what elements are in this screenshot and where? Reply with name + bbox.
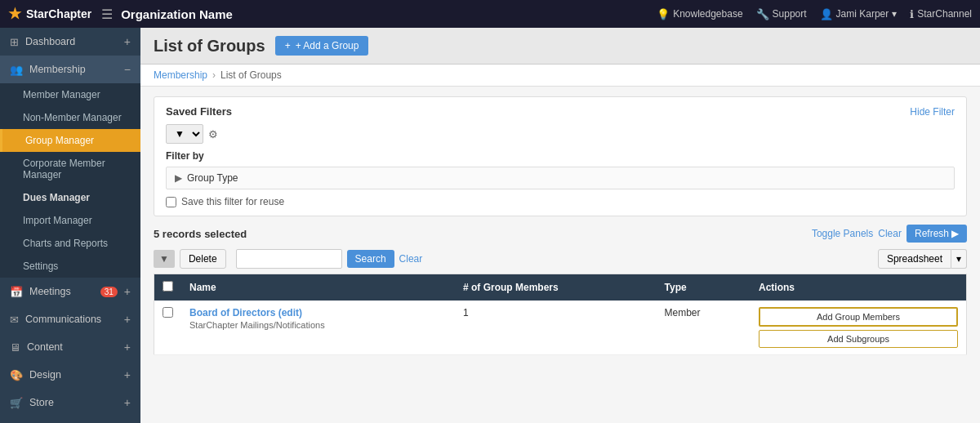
row-checkbox-cell (154, 301, 182, 355)
sidebar-item-label: Communications (25, 314, 118, 325)
actions-right: Toggle Panels Clear Refresh ▶ (812, 225, 967, 243)
header-actions: Actions (751, 274, 967, 301)
sidebar-item-label: Dashboard (25, 36, 118, 47)
spreadsheet-dropdown-button[interactable]: ▾ (951, 249, 967, 269)
sidebar-item-dues-manager[interactable]: Dues Manager (0, 186, 140, 209)
menu-icon[interactable]: ☰ (101, 7, 113, 22)
add-group-button[interactable]: + + Add a Group (275, 36, 369, 56)
org-name: Organization Name (121, 7, 657, 21)
gear-icon[interactable]: ⚙ (208, 128, 218, 140)
add-group-members-button[interactable]: Add Group Members (759, 307, 958, 327)
page-title: List of Groups (154, 37, 265, 56)
filter-by-label: Filter by (166, 150, 955, 162)
spreadsheet-button[interactable]: Spreadsheet (878, 249, 951, 269)
group-name-link[interactable]: Board of Directors (edit) (189, 307, 302, 318)
sidebar-item-meetings[interactable]: 📅 Meetings 31 + (0, 278, 140, 305)
content-body: Saved Filters Hide Filter ▼ ⚙ Filter by … (140, 87, 980, 423)
select-all-checkbox[interactable] (163, 281, 173, 292)
breadcrumb-current: List of Groups (220, 69, 282, 81)
sidebar-item-label: Content (27, 341, 118, 353)
spreadsheet-group: Spreadsheet ▾ (878, 249, 967, 269)
logo-text: StarChapter (26, 7, 91, 20)
topbar: ★ StarChapter ☰ Organization Name 💡 Know… (0, 0, 980, 28)
header-name: Name (181, 274, 455, 301)
table-row: Board of Directors (edit) StarChapter Ma… (154, 301, 967, 355)
sidebar-item-label: Store (29, 397, 118, 408)
header-type: Type (657, 274, 751, 301)
add-subgroups-button[interactable]: Add Subgroups (759, 330, 958, 348)
save-filter-label: Save this filter for reuse (181, 196, 284, 207)
content-header: List of Groups + + Add a Group (140, 28, 980, 65)
starchannel-link[interactable]: ℹ StarChannel (910, 8, 972, 20)
saved-filters-label: Saved Filters (166, 105, 232, 118)
sidebar-item-label: Design (29, 369, 118, 381)
clear-table-button[interactable]: Clear (399, 253, 423, 265)
row-name: Board of Directors (edit) StarChapter Ma… (181, 301, 455, 355)
plus-icon: + (124, 396, 131, 409)
delete-button[interactable]: Delete (180, 249, 226, 269)
sidebar-item-membership[interactable]: 👥 Membership − (0, 56, 140, 83)
search-button[interactable]: Search (347, 250, 394, 268)
plus-icon: + (285, 40, 291, 51)
row-type: Member (657, 301, 751, 355)
filter-dropdown[interactable]: ▼ (166, 124, 203, 144)
records-selected: 5 records selected (154, 228, 247, 240)
sort-button[interactable]: ▼ (154, 250, 175, 268)
header-checkbox-col (154, 274, 182, 301)
plus-icon: + (124, 313, 131, 326)
membership-submenu: Member Manager Non-Member Manager Group … (0, 83, 140, 278)
knowledgebase-link[interactable]: 💡 Knowledgebase (657, 8, 742, 20)
user-menu[interactable]: 👤 Jami Karper ▾ (820, 8, 898, 20)
sidebar: ⊞ Dashboard + 👥 Membership − Member Mana… (0, 28, 140, 423)
communications-icon: ✉ (10, 314, 19, 326)
content-area: List of Groups + + Add a Group Membershi… (140, 28, 980, 423)
sidebar-item-design[interactable]: 🎨 Design + (0, 361, 140, 389)
row-actions: Add Group Members Add Subgroups (751, 301, 967, 355)
support-icon: 🔧 (756, 8, 769, 20)
sidebar-item-import-manager[interactable]: Import Manager (0, 209, 140, 232)
save-filter-checkbox[interactable] (166, 197, 176, 207)
hide-filter-link[interactable]: Hide Filter (910, 106, 955, 118)
sidebar-item-dashboard[interactable]: ⊞ Dashboard + (0, 28, 140, 56)
refresh-icon: ▶ (951, 228, 959, 239)
sidebar-item-orders[interactable]: $ Orders and Transactions + (0, 416, 140, 423)
sidebar-item-settings[interactable]: Settings (0, 255, 140, 278)
sidebar-item-label: Membership (29, 64, 118, 75)
actions-bar: 5 records selected Toggle Panels Clear R… (154, 225, 967, 243)
refresh-button[interactable]: Refresh ▶ (906, 225, 967, 243)
table-toolbar: ▼ Delete Search Clear Spreadsheet ▾ (154, 249, 967, 269)
knowledgebase-icon: 💡 (657, 8, 670, 20)
row-members: 1 (455, 301, 657, 355)
group-sub-label: StarChapter Mailings/Notifications (189, 320, 447, 330)
minus-icon: − (124, 63, 131, 76)
plus-icon: + (124, 35, 131, 48)
logo: ★ StarChapter (8, 5, 91, 23)
save-filter-row: Save this filter for reuse (166, 196, 955, 207)
filter-group-type[interactable]: ▶ Group Type (166, 167, 955, 189)
breadcrumb: Membership › List of Groups (140, 65, 980, 87)
sidebar-item-communications[interactable]: ✉ Communications + (0, 305, 140, 333)
filter-controls: ▼ ⚙ (166, 124, 955, 144)
row-checkbox[interactable] (163, 307, 173, 318)
sidebar-item-group-manager[interactable]: Group Manager (0, 129, 140, 152)
plus-icon: + (124, 285, 131, 298)
sidebar-item-member-manager[interactable]: Member Manager (0, 83, 140, 106)
breadcrumb-membership[interactable]: Membership (154, 69, 207, 81)
store-icon: 🛒 (10, 397, 23, 409)
sidebar-item-corporate-member-manager[interactable]: Corporate Member Manager (0, 152, 140, 186)
search-input[interactable] (236, 249, 342, 269)
filter-box: Saved Filters Hide Filter ▼ ⚙ Filter by … (154, 96, 967, 216)
sidebar-item-charts-reports[interactable]: Charts and Reports (0, 232, 140, 255)
content-icon: 🖥 (10, 341, 20, 354)
sidebar-item-store[interactable]: 🛒 Store + (0, 389, 140, 416)
chevron-right-icon: ▶ (175, 172, 182, 184)
sidebar-item-non-member-manager[interactable]: Non-Member Manager (0, 106, 140, 129)
chevron-down-icon: ▾ (892, 8, 897, 20)
clear-button[interactable]: Clear (878, 228, 902, 239)
filter-group-type-label: Group Type (187, 172, 238, 184)
sidebar-item-content[interactable]: 🖥 Content + (0, 333, 140, 361)
breadcrumb-separator: › (212, 69, 216, 81)
sidebar-item-label: Meetings (29, 286, 94, 297)
support-link[interactable]: 🔧 Support (756, 8, 807, 20)
toggle-panels-button[interactable]: Toggle Panels (812, 228, 873, 239)
